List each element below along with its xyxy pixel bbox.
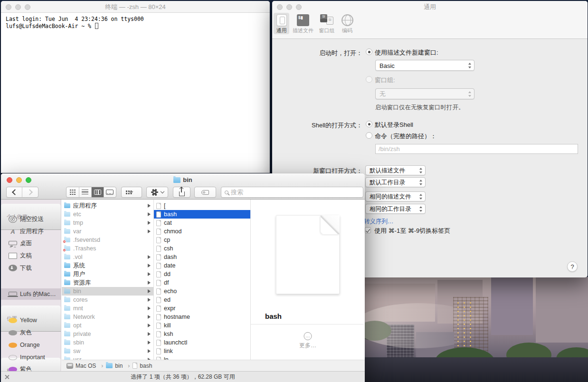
- file-row[interactable]: etc: [62, 210, 153, 219]
- view-columns-button[interactable]: [91, 187, 104, 197]
- sidebar-item[interactable]: 下载: [1, 262, 61, 274]
- file-row[interactable]: 系统: [62, 261, 153, 270]
- path-segment[interactable]: Mac OS ›: [66, 363, 106, 369]
- tabs-shortcut-checkbox[interactable]: [365, 227, 371, 233]
- radio-default-shell[interactable]: [366, 121, 372, 127]
- sidebar-item[interactable]: Lufs 的Mac…: [1, 288, 61, 300]
- file-row[interactable]: 资源库: [62, 278, 153, 287]
- sidebar-item[interactable]: 紫色: [1, 363, 61, 371]
- file-row[interactable]: cat: [154, 219, 250, 227]
- window-group-select[interactable]: 无: [375, 88, 474, 99]
- zoom-button[interactable]: [296, 4, 302, 10]
- sidebar-item[interactable]: Yellow: [1, 315, 61, 326]
- close-icon[interactable]: [4, 374, 9, 380]
- file-row[interactable]: link: [154, 347, 250, 355]
- file-row[interactable]: ln: [154, 355, 250, 360]
- command-path-field[interactable]: /bin/zsh: [375, 144, 578, 154]
- file-row[interactable]: tmp: [62, 219, 153, 227]
- radio-new-window-label[interactable]: 使用描述文件新建窗口:: [375, 48, 438, 57]
- file-row[interactable]: echo: [154, 287, 250, 296]
- back-button[interactable]: [7, 187, 22, 197]
- share-button[interactable]: [173, 187, 190, 198]
- path-segment[interactable]: bash ›: [133, 363, 152, 369]
- prefs-toolbar-item[interactable]: 窗口组: [317, 13, 337, 34]
- escape-sequences-link[interactable]: 转义序列…: [364, 218, 394, 226]
- close-button[interactable]: [6, 4, 11, 10]
- dropdown[interactable]: 相同的工作目录: [365, 204, 426, 214]
- file-row[interactable]: .fseventsd: [62, 236, 153, 244]
- sidebar-item[interactable]: 灰色: [1, 327, 61, 338]
- file-row[interactable]: private: [62, 330, 153, 338]
- file-row[interactable]: opt: [62, 321, 153, 330]
- radio-new-window-with-profile[interactable]: [366, 48, 372, 55]
- file-row[interactable]: kill: [154, 321, 250, 330]
- file-row[interactable]: .Trashes: [62, 244, 153, 253]
- file-row[interactable]: bash: [154, 210, 250, 219]
- file-row[interactable]: hostname: [154, 313, 250, 321]
- terminal-titlebar[interactable]: 终端 — -zsh — 80×24: [1, 1, 270, 13]
- file-row[interactable]: 应用程序: [62, 201, 153, 210]
- file-row[interactable]: expr: [154, 304, 250, 313]
- profile-select[interactable]: Basic: [375, 60, 474, 71]
- file-row[interactable]: var: [62, 227, 153, 236]
- close-button[interactable]: [277, 4, 283, 10]
- file-row[interactable]: bin: [62, 287, 153, 296]
- path-segment[interactable]: bin ›: [106, 363, 133, 369]
- prefs-toolbar-item[interactable]: 通用: [274, 13, 289, 34]
- action-menu-button[interactable]: [146, 187, 168, 198]
- help-button[interactable]: ?: [567, 261, 578, 272]
- prefs-toolbar-item[interactable]: 描述文件: [291, 13, 315, 34]
- radio-command-shell-label[interactable]: 命令（完整的路径）：: [375, 132, 436, 141]
- file-row[interactable]: Network: [62, 313, 153, 321]
- file-row[interactable]: ed: [154, 296, 250, 304]
- file-row[interactable]: .vol: [62, 253, 153, 261]
- file-row[interactable]: date: [154, 261, 250, 270]
- dropdown[interactable]: 默认工作目录: [365, 177, 426, 187]
- sidebar-item[interactable]: 应用程序: [1, 226, 61, 237]
- prefs-toolbar-item[interactable]: 编码: [339, 13, 356, 34]
- search-field[interactable]: 搜索: [221, 187, 363, 198]
- view-list-button[interactable]: [79, 187, 91, 197]
- folder-icon: [64, 229, 70, 234]
- sidebar-item[interactable]: 隔空投送: [1, 213, 61, 225]
- file-row[interactable]: sw: [62, 347, 153, 355]
- chevron-right-icon: [148, 332, 151, 336]
- radio-default-shell-label[interactable]: 默认登录Shell: [375, 121, 413, 129]
- view-gallery-button[interactable]: [104, 187, 116, 197]
- prefs-titlebar[interactable]: 通用: [272, 1, 588, 12]
- file-row[interactable]: launchctl: [154, 338, 250, 347]
- file-row[interactable]: cores: [62, 296, 153, 304]
- file-row[interactable]: dash: [154, 253, 250, 261]
- file-row[interactable]: mnt: [62, 304, 153, 313]
- more-ellipsis-icon[interactable]: …: [304, 332, 312, 340]
- minimize-button[interactable]: [286, 4, 292, 10]
- file-row[interactable]: chmod: [154, 227, 250, 236]
- file-row[interactable]: [: [154, 201, 250, 210]
- minimize-button[interactable]: [15, 4, 21, 10]
- file-row[interactable]: ksh: [154, 330, 250, 338]
- file-row[interactable]: 用户: [62, 270, 153, 278]
- forward-button[interactable]: [22, 187, 38, 197]
- sidebar-item[interactable]: 文稿: [1, 250, 61, 261]
- file-row[interactable]: sbin: [62, 338, 153, 347]
- file-row[interactable]: df: [154, 278, 250, 287]
- radio-window-group[interactable]: [366, 76, 372, 83]
- dropdown[interactable]: 相同的描述文件: [365, 191, 426, 201]
- sidebar-item[interactable]: Important: [1, 352, 61, 363]
- file-row[interactable]: csh: [154, 244, 250, 253]
- radio-command-shell[interactable]: [366, 132, 372, 139]
- dropdown[interactable]: 默认描述文件: [365, 165, 426, 175]
- file-row[interactable]: usr: [62, 355, 153, 360]
- sidebar-item[interactable]: Orange: [1, 339, 61, 351]
- view-icons-button[interactable]: [66, 187, 79, 197]
- sidebar-item[interactable]: 桌面: [1, 238, 61, 249]
- file-row[interactable]: cp: [154, 236, 250, 244]
- tag-button[interactable]: [194, 187, 216, 198]
- finder-header[interactable]: bin 搜索: [1, 173, 365, 200]
- file-row[interactable]: dd: [154, 270, 250, 278]
- group-by-button[interactable]: [121, 187, 142, 198]
- zoom-button[interactable]: [25, 4, 30, 10]
- tabs-shortcut-label[interactable]: 使用 ⌘-1至 ⌘-9切换标签页: [374, 227, 450, 235]
- terminal-content[interactable]: Last login: Tue Jun 4 23:24:36 on ttys00…: [1, 13, 270, 33]
- more-label[interactable]: 更多…: [251, 342, 365, 350]
